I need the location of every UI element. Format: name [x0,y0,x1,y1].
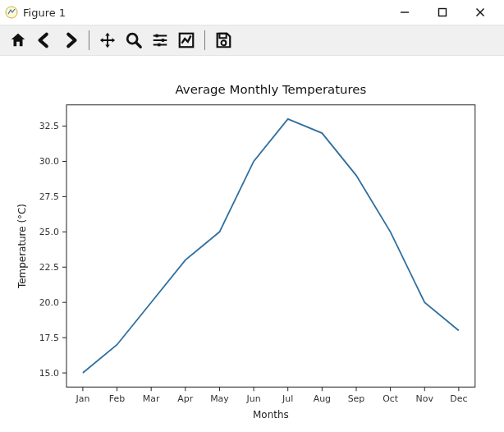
subplots-icon[interactable] [149,29,172,52]
x-tick-label: Jun [246,393,261,404]
axes-icon[interactable] [175,29,198,52]
x-tick-label: May [210,393,229,404]
y-tick-label: 22.5 [39,262,59,273]
x-axis-label: Months [253,409,289,421]
close-button[interactable] [461,0,499,25]
svg-point-0 [6,7,17,18]
y-tick-label: 15.0 [39,368,59,379]
plot-svg: Average Monthly Temperatures15.017.520.0… [0,56,504,432]
x-tick-label: Feb [109,393,125,404]
figure-window: Figure 1 [0,0,504,432]
x-tick-label: Dec [450,393,467,404]
svg-point-15 [222,40,227,45]
y-tick-label: 20.0 [39,297,59,308]
chart-title: Average Monthly Temperatures [175,82,366,97]
titlebar: Figure 1 [0,0,504,25]
window-title: Figure 1 [23,7,66,19]
y-axis-label: Temperature (°C) [16,204,28,289]
maximize-button[interactable] [424,0,461,25]
minimize-button[interactable] [386,0,424,25]
toolbar-separator [204,30,205,50]
matplotlib-toolbar [0,25,504,56]
x-tick-label: Apr [177,393,193,404]
x-tick-label: Sep [348,393,365,404]
home-icon[interactable] [7,29,30,52]
data-line [83,119,459,373]
svg-line-6 [136,43,141,48]
y-tick-label: 17.5 [39,333,59,343]
zoom-icon[interactable] [122,29,145,52]
y-tick-label: 32.5 [39,121,59,131]
x-tick-label: Jul [282,393,293,404]
x-tick-label: Nov [416,393,434,404]
pan-icon[interactable] [96,29,119,52]
toolbar-separator [89,30,89,50]
y-tick-label: 27.5 [39,191,59,202]
back-icon[interactable] [33,29,56,52]
x-tick-label: Mar [143,393,160,404]
plot-area[interactable]: Average Monthly Temperatures15.017.520.0… [0,56,504,432]
svg-rect-10 [156,34,158,38]
axes-frame [66,105,475,388]
x-tick-label: Jan [75,393,89,404]
y-tick-label: 25.0 [39,227,59,237]
svg-rect-12 [158,44,160,47]
save-icon[interactable] [212,29,235,52]
x-tick-label: Aug [314,393,331,404]
y-tick-label: 30.0 [39,156,59,167]
svg-rect-14 [219,34,226,39]
x-tick-label: Oct [383,393,399,404]
app-icon [5,6,18,19]
svg-rect-11 [162,39,164,42]
svg-rect-2 [439,9,447,16]
forward-icon[interactable] [59,29,82,52]
